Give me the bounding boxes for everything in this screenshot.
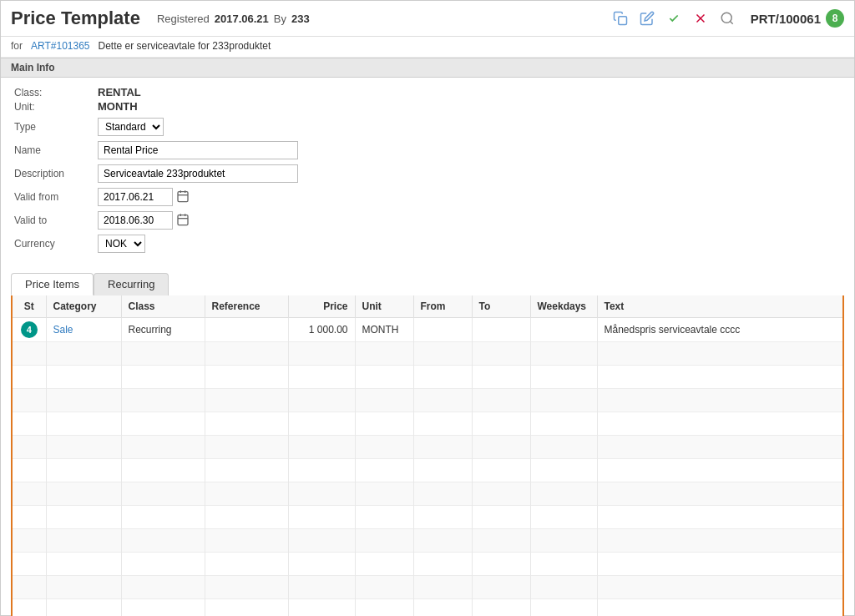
tab-recurring[interactable]: Recurring [94, 273, 169, 295]
valid-from-input[interactable] [98, 188, 173, 206]
col-header-text: Text [597, 295, 842, 318]
registered-label: Registered [157, 13, 210, 25]
svg-rect-0 [619, 17, 627, 25]
valid-to-label: Valid to [14, 215, 98, 226]
cell-unit: MONTH [355, 318, 413, 342]
valid-from-calendar-icon[interactable] [176, 189, 190, 205]
cell-from [413, 318, 472, 342]
currency-select[interactable]: NOK USD EUR GBP [98, 235, 145, 253]
table-row-empty [13, 412, 842, 436]
cell-category: Sale [46, 318, 121, 342]
table-row-empty [13, 459, 842, 482]
currency-label: Currency [14, 238, 98, 250]
sub-description: Dette er serviceavtale for 233produktet [99, 40, 271, 52]
svg-point-3 [721, 13, 731, 23]
col-header-to: To [472, 295, 530, 318]
main-info-header: Main Info [1, 58, 854, 78]
type-label: Type [14, 121, 98, 133]
unit-label: Unit: [14, 101, 98, 113]
delete-icon[interactable] [691, 8, 711, 28]
check-icon[interactable] [664, 8, 684, 28]
valid-from-label: Valid from [14, 191, 98, 203]
type-select[interactable]: Standard Special Custom [98, 118, 164, 136]
cell-to [472, 318, 530, 342]
description-label: Description [14, 168, 98, 179]
cell-text: Månedspris serviceavtale cccc [597, 318, 842, 342]
tab-price-items[interactable]: Price Items [11, 273, 94, 295]
valid-to-input[interactable] [98, 211, 173, 230]
art-link[interactable]: ART#101365 [31, 40, 90, 52]
for-label: for [11, 40, 23, 52]
description-input[interactable] [98, 164, 298, 183]
table-row-empty [13, 576, 842, 599]
col-header-st: St [13, 295, 46, 318]
table-row-empty [13, 506, 842, 529]
table-row-empty [13, 366, 842, 389]
cell-st: 4 [13, 318, 46, 342]
col-header-from: From [413, 295, 472, 318]
col-header-category: Category [46, 295, 121, 318]
col-header-unit: Unit [355, 295, 413, 318]
cell-weekdays [530, 318, 597, 342]
svg-line-4 [730, 21, 732, 23]
table-row-empty [13, 436, 842, 459]
col-header-weekdays: Weekdays [530, 295, 597, 318]
svg-rect-9 [178, 215, 188, 225]
unit-value: MONTH [98, 100, 138, 113]
cell-class: Recurring [121, 318, 205, 342]
name-label: Name [14, 144, 98, 156]
svg-rect-5 [178, 191, 188, 201]
cell-price: 1 000.00 [288, 318, 355, 342]
table-row-empty [13, 342, 842, 366]
class-value: RENTAL [98, 86, 141, 98]
cell-reference [205, 318, 288, 342]
table-row-empty [13, 389, 842, 412]
table-row[interactable]: 4 Sale Recurring 1 000.00 MONTH Månedspr… [13, 318, 842, 342]
table-row-empty [13, 529, 842, 553]
by-value: 233 [291, 13, 310, 25]
table-row-empty [13, 599, 842, 617]
edit-icon[interactable] [637, 8, 657, 28]
col-header-class: Class [121, 295, 205, 318]
registered-date: 2017.06.21 [215, 13, 269, 25]
record-badge: 8 [826, 9, 844, 28]
search-icon[interactable] [717, 8, 737, 28]
page-title: Price Template [11, 8, 140, 29]
row-badge: 4 [21, 321, 38, 338]
copy-icon[interactable] [610, 8, 630, 28]
table-row-empty [13, 553, 842, 576]
col-header-price: Price [288, 295, 355, 318]
record-id: PRT/100061 8 [751, 9, 844, 28]
price-items-table: St Category Class Reference Price Unit F… [13, 295, 842, 616]
name-input[interactable] [98, 141, 298, 159]
valid-to-calendar-icon[interactable] [176, 213, 190, 229]
class-label: Class: [14, 87, 98, 98]
col-header-reference: Reference [205, 295, 288, 318]
by-label: By [274, 13, 286, 25]
table-row-empty [13, 482, 842, 506]
